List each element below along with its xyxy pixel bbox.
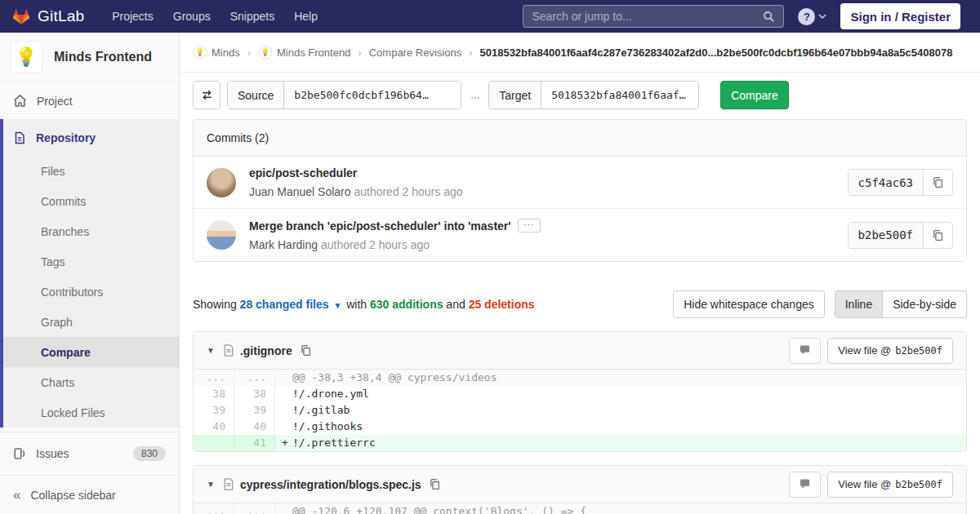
diff-table: ... ... @@ -38,3 +38,4 @@ cypress/videos…	[194, 370, 966, 451]
breadcrumb-minds[interactable]: 💡 Minds	[193, 46, 240, 60]
sidebar-item-contributors[interactable]: Contributors	[3, 277, 179, 307]
sidebar-item-repository[interactable]: Repository	[3, 119, 179, 156]
diff-table: ... ... @@ -120,6 +120,107 @@ context('B…	[194, 503, 966, 514]
new-line-number[interactable]: ...	[234, 503, 275, 514]
sidebar-item-charts[interactable]: Charts	[3, 367, 179, 397]
new-line-number[interactable]: 38	[234, 386, 275, 402]
view-file-label: View file @	[838, 478, 891, 490]
search-input[interactable]	[532, 10, 763, 23]
old-line-number[interactable]	[194, 435, 234, 451]
commit-info: Merge branch 'epic/post-scheduler' into …	[249, 219, 848, 251]
sidebar-item-compare[interactable]: Compare	[3, 337, 179, 367]
view-file-button[interactable]: View file @ b2be500f	[827, 338, 953, 364]
compare-button[interactable]: Compare	[720, 81, 789, 109]
commit-title-link[interactable]: Merge branch 'epic/post-scheduler' into …	[249, 219, 848, 233]
collapse-diff-icon[interactable]: ▼	[207, 346, 215, 355]
code-text: @@ -120,6 +120,107 @@ context('Blogs', (…	[292, 505, 586, 514]
main-content: 💡 Minds › 💡 Minds Frontend › Compare Rev…	[180, 0, 980, 514]
view-file-button[interactable]: View file @ b2be500f	[827, 472, 953, 498]
new-line-number[interactable]: 40	[234, 419, 275, 435]
sidebar-item-project[interactable]: Project	[0, 82, 179, 119]
global-search[interactable]	[523, 5, 784, 28]
chevron-down-icon	[818, 14, 826, 20]
inline-view-button[interactable]: Inline	[835, 290, 883, 318]
avatar	[207, 168, 236, 197]
nav-snippets[interactable]: Snippets	[220, 2, 284, 31]
breadcrumb-label: Compare Revisions	[369, 47, 461, 59]
diff-file-header: ▼ .gitignore	[194, 332, 966, 370]
project-avatar: 💡	[10, 41, 42, 73]
old-line-number[interactable]: ...	[194, 370, 234, 386]
nav-groups[interactable]: Groups	[163, 2, 220, 31]
commit-title: epic/post-scheduler	[249, 166, 357, 179]
search-icon[interactable]	[763, 11, 775, 23]
commits-panel-title: Commits (2)	[194, 120, 966, 157]
sidebar-section-repository: Repository Files Commits Branches Tags C…	[0, 119, 179, 428]
breadcrumb-separator: ›	[247, 47, 251, 59]
changed-files-dropdown[interactable]: 28 changed files	[240, 298, 329, 311]
sidebar-item-issues[interactable]: Issues 830	[0, 432, 179, 474]
copy-sha-button[interactable]	[924, 170, 952, 195]
commit-sha-link[interactable]: b2be500f	[849, 223, 924, 248]
sidebar-item-label: Repository	[36, 131, 96, 144]
collapse-icon: «	[13, 487, 20, 503]
side-by-side-view-button[interactable]: Side-by-side	[883, 290, 967, 318]
gitlab-home-link[interactable]: GitLab	[11, 7, 84, 26]
sign-in-register-button[interactable]: Sign in / Register	[840, 3, 960, 29]
nav-help[interactable]: Help	[284, 2, 327, 31]
ref-range-dots: ...	[470, 89, 479, 101]
breadcrumb-compare-revisions[interactable]: Compare Revisions	[369, 47, 461, 59]
deletions-count: 25 deletions	[469, 298, 535, 311]
code-text: !/.prettierrc	[292, 436, 376, 449]
sidebar-item-tags[interactable]: Tags	[3, 246, 179, 277]
collapse-sidebar-button[interactable]: « Collapse sidebar	[0, 475, 179, 514]
new-line-number[interactable]: 39	[234, 402, 275, 419]
commit-author-link[interactable]: Juan Manuel Solaro	[249, 185, 351, 198]
help-menu[interactable]: ?	[798, 8, 826, 25]
commit-title-link[interactable]: epic/post-scheduler	[249, 166, 848, 179]
source-label: Source	[228, 82, 284, 109]
collapse-diff-icon[interactable]: ▼	[207, 480, 215, 489]
target-ref-input[interactable]	[541, 82, 698, 109]
toggle-comments-button[interactable]	[789, 472, 821, 498]
diff-context-row: 39 39 !/.gitlab	[194, 402, 966, 419]
toggle-comments-button[interactable]	[789, 338, 821, 364]
sidebar-item-files[interactable]: Files	[3, 156, 179, 186]
swap-revisions-button[interactable]	[193, 81, 220, 109]
sidebar-item-branches[interactable]: Branches	[3, 216, 179, 246]
old-line-number[interactable]: 39	[194, 402, 234, 419]
commit-description-expander[interactable]: ···	[518, 219, 541, 233]
commit-author-link[interactable]: Mark Harding	[249, 238, 318, 251]
commit-sha-group: c5f4ac63	[848, 169, 953, 196]
breadcrumb-separator: ›	[469, 47, 472, 59]
diff-view-controls: Hide whitespace changes Inline Side-by-s…	[673, 290, 967, 318]
old-line-number[interactable]: ...	[194, 503, 234, 514]
file-name-link[interactable]: cypress/integration/blogs.spec.js	[240, 478, 421, 491]
additions-count: 630 additions	[370, 298, 443, 311]
project-context-header[interactable]: 💡 Minds Frontend	[0, 33, 179, 82]
diff-file-actions: View file @ b2be500f	[789, 338, 953, 364]
avatar	[207, 220, 236, 250]
commit-sha-link[interactable]: c5f4ac63	[849, 170, 924, 195]
compare-page: Source ... Target Compare Commits (2) ep…	[180, 73, 980, 514]
hide-whitespace-button[interactable]: Hide whitespace changes	[673, 290, 825, 318]
sidebar-item-commits[interactable]: Commits	[3, 186, 179, 216]
old-line-number[interactable]: 40	[194, 419, 234, 435]
copy-sha-button[interactable]	[924, 223, 952, 248]
copy-file-path-button[interactable]	[300, 344, 312, 357]
sidebar-item-locked-files[interactable]: Locked Files	[3, 397, 179, 428]
file-name-link[interactable]: .gitignore	[240, 344, 292, 357]
new-line-number[interactable]: ...	[234, 370, 275, 386]
swap-icon	[201, 89, 213, 101]
copy-icon	[429, 478, 441, 490]
old-line-number[interactable]: 38	[194, 386, 234, 402]
sidebar-item-graph[interactable]: Graph	[3, 307, 179, 337]
diff-file-gitignore: ▼ .gitignore	[193, 331, 967, 452]
nav-projects[interactable]: Projects	[102, 2, 163, 31]
breadcrumb-minds-frontend[interactable]: 💡 Minds Frontend	[258, 46, 350, 60]
group-avatar-icon: 💡	[193, 46, 207, 60]
copy-file-path-button[interactable]	[429, 478, 441, 490]
showing-label: Showing	[193, 298, 240, 311]
new-line-number[interactable]: 41	[234, 435, 275, 451]
source-ref-input[interactable]	[284, 82, 461, 109]
